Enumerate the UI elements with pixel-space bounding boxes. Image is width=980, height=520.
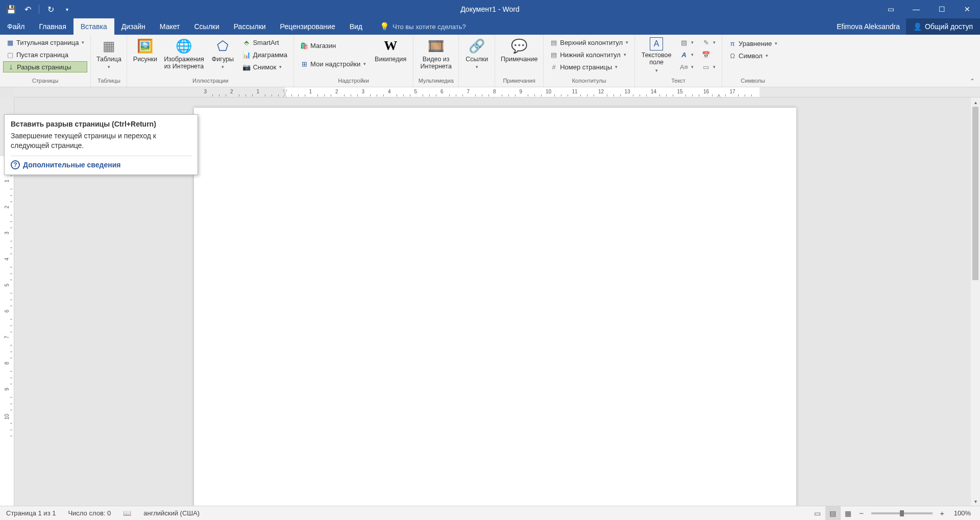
smartart-button[interactable]: ⬘ SmartArt xyxy=(239,37,290,48)
page-number-button[interactable]: # Номер страницы ▾ xyxy=(547,61,631,72)
page-indicator[interactable]: Страница 1 из 1 xyxy=(0,506,62,520)
group-addins-label: Надстройки xyxy=(296,78,411,87)
web-layout-button[interactable]: ▦ xyxy=(841,506,856,520)
shapes-button[interactable]: ⬠ Фигуры▾ xyxy=(207,36,238,72)
group-hf-label: Колонтитулы xyxy=(546,78,632,87)
pictures-button[interactable]: 🖼️ Рисунки xyxy=(129,36,161,64)
symbol-icon: Ω xyxy=(728,52,737,60)
tab-design[interactable]: Дизайн xyxy=(114,18,153,35)
quick-access-toolbar: 💾 ↶ ↻ ▾ xyxy=(0,2,74,16)
blank-page-label: Пустая страница xyxy=(16,51,68,59)
signature-icon: ✎ xyxy=(702,38,710,46)
store-icon: 🛍️ xyxy=(300,41,308,49)
tab-references[interactable]: Ссылки xyxy=(187,18,226,35)
group-illustrations-label: Иллюстрации xyxy=(129,78,291,87)
drop-cap-button[interactable]: A≡▾ xyxy=(677,61,697,72)
screenshot-icon: 📷 xyxy=(242,63,251,71)
ruler-h-label: 4 xyxy=(388,89,391,94)
quick-parts-button[interactable]: ▧▾ xyxy=(677,37,697,48)
object-icon: ▭ xyxy=(702,63,710,71)
tab-home[interactable]: Главная xyxy=(32,18,73,35)
cover-page-button[interactable]: ▦ Титульная страница ▾ xyxy=(3,37,87,48)
tooltip-body: Завершение текущей страницы и переход к … xyxy=(11,131,191,151)
read-mode-button[interactable]: ▭ xyxy=(810,506,825,520)
symbol-button[interactable]: Ω Символ ▾ xyxy=(725,50,780,61)
maximize-button[interactable]: ☐ xyxy=(929,0,954,18)
tab-mailings[interactable]: Рассылки xyxy=(227,18,273,35)
zoom-in-button[interactable]: + xyxy=(937,509,948,517)
textbox-button[interactable]: A Текстовое поле▾ xyxy=(637,36,676,75)
save-button[interactable]: 💾 xyxy=(4,2,18,16)
horizontal-ruler[interactable]: 3211234567891011121314151617▽△△ xyxy=(14,87,980,97)
scroll-thumb[interactable] xyxy=(972,107,978,280)
ribbon-display-button[interactable]: ▭ xyxy=(878,0,903,18)
close-button[interactable]: ✕ xyxy=(954,0,980,18)
print-layout-button[interactable]: ▤ xyxy=(825,506,841,520)
textbox-label: Текстовое поле xyxy=(642,52,672,66)
zoom-slider-knob[interactable] xyxy=(900,510,904,516)
minimize-button[interactable]: — xyxy=(903,0,929,18)
object-button[interactable]: ▭▾ xyxy=(699,61,719,72)
tellme-search[interactable]: 💡 Что вы хотите сделать? xyxy=(370,18,466,35)
group-comments: 💬 Примечание Примечания xyxy=(495,35,544,87)
ruler-h-label: 2 xyxy=(230,89,233,94)
blank-page-button[interactable]: ▢ Пустая страница xyxy=(3,49,87,60)
tab-review[interactable]: Рецензирование xyxy=(273,18,342,35)
language-indicator[interactable]: английский (США) xyxy=(137,506,206,520)
zoom-level[interactable]: 100% xyxy=(948,506,980,520)
datetime-button[interactable]: 📅 xyxy=(699,49,719,60)
tab-layout[interactable]: Макет xyxy=(153,18,187,35)
user-name[interactable]: Efimova Aleksandra xyxy=(830,22,906,31)
pictures-icon: 🖼️ xyxy=(136,37,154,55)
scroll-up-arrow[interactable]: ▴ xyxy=(971,97,980,107)
group-media-label: Мультимедиа xyxy=(415,78,456,87)
tab-view[interactable]: Вид xyxy=(342,18,370,35)
equation-button[interactable]: π Уравнение ▾ xyxy=(725,38,780,49)
collapse-ribbon-button[interactable]: ⌃ xyxy=(970,78,975,85)
share-label: Общий доступ xyxy=(925,22,973,31)
redo-button[interactable]: ↻ xyxy=(43,2,58,16)
tab-insert[interactable]: Вставка xyxy=(74,18,114,35)
header-button[interactable]: ▤ Верхний колонтитул ▾ xyxy=(547,37,631,48)
zoom-out-button[interactable]: − xyxy=(856,509,867,517)
header-label: Верхний колонтитул xyxy=(560,39,623,46)
zoom-slider[interactable] xyxy=(871,512,933,514)
proofing-button[interactable]: 📖 xyxy=(117,506,137,520)
online-video-button[interactable]: 🎞️ Видео из Интернета xyxy=(415,36,456,72)
equation-label: Уравнение xyxy=(739,40,772,47)
word-count[interactable]: Число слов: 0 xyxy=(62,506,117,520)
ribbon-tabs: Файл Главная Вставка Дизайн Макет Ссылки… xyxy=(0,18,980,35)
screenshot-button[interactable]: 📷 Снимок ▾ xyxy=(239,61,290,72)
wordart-button[interactable]: A▾ xyxy=(677,49,697,60)
video-icon: 🎞️ xyxy=(427,37,445,55)
textbox-icon: A xyxy=(650,37,663,51)
page-canvas[interactable] xyxy=(194,108,796,506)
footer-button[interactable]: ▤ Нижний колонтитул ▾ xyxy=(547,49,631,60)
vertical-scrollbar[interactable]: ▴ ▾ xyxy=(971,97,980,506)
comment-label: Примечание xyxy=(501,56,537,63)
my-addins-button[interactable]: ⊞ Мои надстройки ▾ xyxy=(297,58,369,69)
qat-customize[interactable]: ▾ xyxy=(60,2,74,16)
group-illustrations: 🖼️ Рисунки 🌐 Изображения из Интернета ⬠ … xyxy=(127,35,294,87)
scroll-down-arrow[interactable]: ▾ xyxy=(971,497,980,506)
store-button[interactable]: 🛍️ Магазин xyxy=(297,40,369,51)
tooltip-more-link[interactable]: ? Дополнительные сведения xyxy=(11,156,191,169)
chart-button[interactable]: 📊 Диаграмма xyxy=(239,49,290,60)
blank-page-icon: ▢ xyxy=(6,51,14,59)
signature-button[interactable]: ✎▾ xyxy=(699,37,719,48)
shapes-icon: ⬠ xyxy=(214,37,231,55)
group-links: 🔗 Ссылки▾ xyxy=(459,35,495,87)
tab-file[interactable]: Файл xyxy=(0,18,32,35)
online-pictures-button[interactable]: 🌐 Изображения из Интернета xyxy=(161,36,207,72)
table-button[interactable]: ▦ Таблица▾ xyxy=(93,36,125,72)
ruler-h-label: 10 xyxy=(546,89,551,94)
ruler-h-label: 11 xyxy=(572,89,578,94)
wikipedia-button[interactable]: W Википедия xyxy=(370,36,411,64)
ruler-h-label: 12 xyxy=(598,89,604,94)
links-button[interactable]: 🔗 Ссылки▾ xyxy=(461,36,493,72)
undo-button[interactable]: ↶ xyxy=(20,2,35,16)
page-break-button[interactable]: ⤓ Разрыв страницы xyxy=(3,61,87,72)
share-button[interactable]: 👤 Общий доступ xyxy=(906,18,980,35)
comment-button[interactable]: 💬 Примечание xyxy=(497,36,541,64)
group-symbols: π Уравнение ▾ Ω Символ ▾ Символы xyxy=(722,35,783,87)
